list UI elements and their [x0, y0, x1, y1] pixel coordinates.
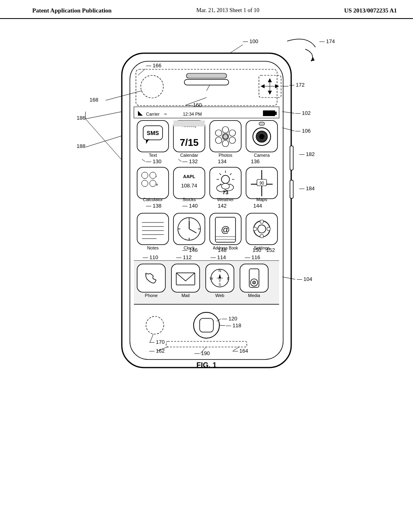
svg-text:— 172: — 172 — [289, 82, 305, 88]
svg-rect-45 — [290, 146, 293, 170]
svg-line-29 — [86, 119, 122, 160]
svg-text:— 104: — 104 — [297, 276, 312, 282]
header-left: Patent Application Publication — [32, 7, 112, 14]
svg-point-66 — [229, 130, 236, 136]
svg-text:144: 144 — [253, 203, 262, 209]
svg-rect-187 — [200, 318, 213, 332]
svg-point-84 — [142, 172, 148, 179]
svg-text:— 184: — 184 — [299, 185, 315, 191]
svg-text:— 114: — 114 — [211, 254, 226, 260]
svg-rect-148 — [260, 235, 263, 238]
svg-text:Stocks: Stocks — [182, 197, 196, 202]
svg-text:7/15: 7/15 — [180, 137, 199, 148]
svg-text:186: 186 — [77, 115, 86, 121]
svg-text:Maps: Maps — [257, 197, 267, 202]
svg-point-65 — [215, 130, 222, 136]
svg-text:— 120: — 120 — [222, 316, 237, 322]
svg-text:Mail: Mail — [181, 293, 190, 298]
svg-point-85 — [150, 172, 156, 179]
svg-text:148: 148 — [218, 247, 227, 253]
svg-text:— 164: — 164 — [233, 348, 248, 354]
svg-text:— 106: — 106 — [295, 128, 311, 134]
svg-text:Calendar: Calendar — [180, 153, 198, 158]
svg-text:— 138: — 138 — [146, 203, 161, 209]
svg-text:S: S — [219, 283, 221, 287]
svg-text:Media: Media — [248, 293, 261, 298]
svg-text:W: W — [210, 276, 213, 281]
svg-text:73: 73 — [223, 189, 228, 195]
svg-text:188: 188 — [77, 143, 86, 149]
svg-rect-163 — [176, 273, 195, 285]
svg-text:152: 152 — [266, 247, 275, 253]
svg-text:108.74: 108.74 — [181, 183, 197, 189]
svg-text:— 146: — 146 — [182, 247, 198, 253]
header-right: US 2013/0072235 A1 — [344, 7, 397, 14]
main-content: text { font-family: Arial, Helvetica, sa… — [0, 19, 413, 496]
svg-text:Camera: Camera — [254, 153, 270, 158]
svg-rect-15 — [184, 79, 229, 85]
svg-rect-149 — [253, 227, 257, 231]
svg-text:FIG. 1: FIG. 1 — [196, 361, 217, 369]
svg-text:— 182: — 182 — [299, 151, 315, 157]
svg-point-63 — [222, 127, 229, 133]
svg-text:Weather: Weather — [217, 197, 234, 202]
svg-text:— 130: — 130 — [146, 158, 161, 164]
svg-point-178 — [252, 281, 256, 284]
svg-rect-120 — [137, 213, 169, 245]
svg-text:— 100: — 100 — [243, 38, 258, 44]
svg-text:— 132: — 132 — [182, 158, 198, 164]
svg-text:12:34 PM: 12:34 PM — [183, 112, 202, 116]
svg-text:142: 142 — [218, 203, 227, 209]
svg-point-64 — [222, 140, 229, 147]
svg-point-69 — [223, 134, 228, 139]
svg-rect-9 — [186, 73, 227, 78]
svg-line-28 — [86, 112, 122, 119]
svg-rect-118 — [290, 180, 293, 198]
patent-header: Patent Application Publication Mar. 21, … — [0, 0, 413, 19]
svg-text:— 174: — 174 — [319, 38, 335, 44]
svg-text:Notes: Notes — [147, 245, 159, 250]
svg-rect-39 — [275, 112, 277, 115]
svg-text:≈: ≈ — [164, 112, 167, 116]
svg-point-87 — [150, 180, 156, 187]
svg-text:Calculator: Calculator — [143, 197, 163, 202]
patent-drawing: text { font-family: Arial, Helvetica, sa… — [49, 27, 364, 486]
svg-text:— 112: — 112 — [176, 254, 192, 260]
svg-point-86 — [142, 180, 148, 187]
svg-text:— 190: — 190 — [194, 350, 210, 356]
svg-text:N: N — [219, 269, 221, 273]
svg-text:Text: Text — [149, 153, 157, 158]
svg-text:@: @ — [221, 224, 230, 235]
svg-rect-147 — [260, 220, 263, 223]
svg-text:Web: Web — [215, 293, 224, 298]
svg-point-107 — [221, 183, 229, 189]
svg-rect-38 — [263, 110, 275, 116]
svg-text:Photos: Photos — [219, 153, 233, 158]
svg-text:E: E — [227, 276, 229, 281]
svg-text:Carrier: Carrier — [146, 112, 160, 116]
svg-text:AAPL: AAPL — [183, 174, 195, 179]
svg-text:— 116: — 116 — [245, 254, 260, 260]
svg-point-146 — [258, 225, 266, 233]
svg-point-68 — [229, 137, 236, 143]
svg-point-67 — [215, 137, 222, 143]
svg-point-75 — [259, 134, 264, 139]
svg-text:— 102: — 102 — [295, 110, 311, 116]
svg-text:— 166: — 166 — [146, 62, 161, 69]
drawing-area: text { font-family: Arial, Helvetica, sa… — [49, 27, 364, 488]
svg-text:— 110: — 110 — [143, 254, 158, 260]
svg-text:— 140: — 140 — [182, 203, 198, 209]
svg-text:SMS: SMS — [147, 130, 159, 136]
svg-rect-76 — [259, 122, 265, 125]
svg-text:168: 168 — [90, 97, 98, 103]
svg-rect-150 — [267, 227, 270, 231]
svg-rect-57 — [173, 121, 205, 127]
svg-text:150: 150 — [252, 247, 261, 253]
svg-text:— 170: — 170 — [149, 339, 165, 345]
svg-text:Phone: Phone — [145, 293, 158, 298]
header-center: Mar. 21, 2013 Sheet 1 of 10 — [196, 7, 259, 14]
svg-text:136: 136 — [251, 158, 260, 164]
svg-text:— 118: — 118 — [226, 322, 241, 328]
svg-point-96 — [221, 175, 229, 183]
svg-text:134: 134 — [218, 158, 227, 164]
